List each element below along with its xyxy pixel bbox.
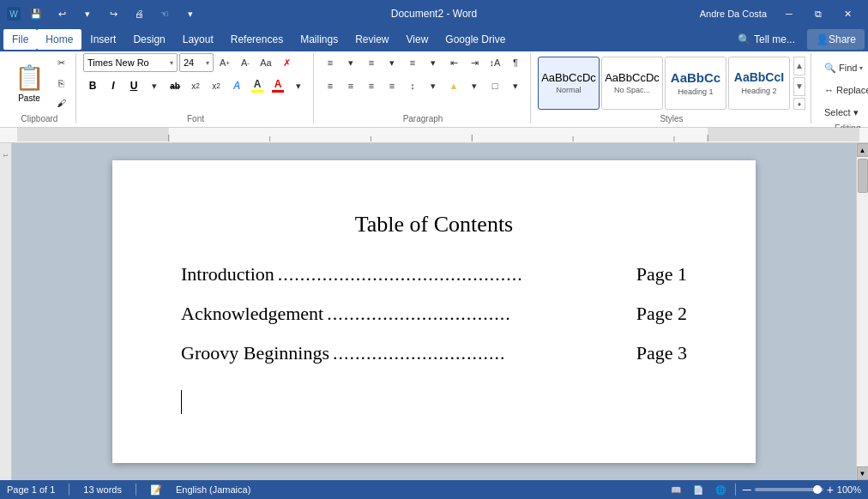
scroll-down-button[interactable]: ▼ — [857, 466, 869, 480]
subscript-button[interactable]: x2 — [186, 76, 205, 95]
menu-item-mailings[interactable]: Mailings — [292, 29, 347, 50]
font-color-arrow[interactable]: ▾ — [289, 76, 308, 95]
menu-item-design[interactable]: Design — [124, 29, 173, 50]
style-normal-card[interactable]: AaBbCcDc Normal — [538, 57, 600, 110]
tell-me-button[interactable]: 🔍 Tell me... — [729, 29, 804, 50]
font-size-selector[interactable]: 24 ▾ — [179, 53, 214, 72]
styles-scroll-up[interactable]: ▲ — [793, 57, 805, 75]
menu-item-google-drive[interactable]: Google Drive — [437, 29, 514, 50]
multilevel-button[interactable]: ≡ — [403, 53, 422, 72]
vertical-scrollbar[interactable]: ▲ ▼ — [856, 143, 868, 480]
menu-item-home[interactable]: Home — [37, 29, 81, 50]
qat-dropdown[interactable]: ▾ — [180, 3, 201, 24]
numbering-arrow[interactable]: ▾ — [383, 53, 401, 72]
save-button[interactable]: 💾 — [26, 3, 46, 24]
print-view-button[interactable]: 📄 — [690, 483, 706, 496]
justify-button[interactable]: ≡ — [383, 76, 401, 95]
borders-button[interactable]: □ — [485, 76, 504, 95]
paste-button[interactable]: 📋 Paste — [9, 57, 50, 109]
paragraph-group: ≡ ▾ ≡ ▾ ≡ ▾ ⇤ ⇥ ↕A ¶ ≡ ≡ ≡ ≡ ↕ ▾ — [316, 53, 531, 123]
shrink-font-button[interactable]: A- — [236, 53, 255, 72]
zoom-slider[interactable] — [755, 488, 823, 491]
numbering-button[interactable]: ≡ — [362, 53, 381, 72]
toc-page-2: Page 3 — [636, 342, 687, 364]
text-cursor[interactable] — [181, 390, 182, 414]
style-heading2-card[interactable]: AaBbCcI Heading 2 — [728, 57, 790, 110]
menu-item-references[interactable]: References — [222, 29, 292, 50]
close-button[interactable]: ✕ — [834, 3, 861, 24]
zoom-out-button[interactable]: ─ — [743, 483, 751, 496]
web-view-button[interactable]: 🌐 — [713, 483, 728, 496]
font-name-selector[interactable]: Times New Ro ▾ — [83, 53, 178, 72]
language[interactable]: English (Jamaica) — [176, 484, 250, 495]
italic-button[interactable]: I — [104, 76, 123, 95]
undo-dropdown[interactable]: ▾ — [77, 3, 98, 24]
ruler-track[interactable] — [17, 128, 859, 142]
zoom-control[interactable]: ─ + 100% — [743, 483, 861, 496]
menu-item-review[interactable]: Review — [347, 29, 397, 50]
sort-button[interactable]: ↕A — [485, 53, 504, 72]
proofing-icon[interactable]: 📝 — [150, 484, 162, 496]
menu-item-insert[interactable]: Insert — [81, 29, 124, 50]
scroll-track[interactable] — [858, 157, 868, 466]
style-nospace-card[interactable]: AaBbCcDc No Spac... — [601, 57, 663, 110]
shading-button[interactable]: ▲ — [444, 76, 463, 95]
word-count: 13 words — [83, 484, 122, 495]
toc-dots-1: ................................. — [323, 303, 636, 325]
restore-button[interactable]: ⧉ — [805, 3, 832, 24]
paste-label: Paste — [18, 93, 40, 103]
underline-arrow[interactable]: ▾ — [145, 76, 164, 95]
style-heading1-card[interactable]: AaBbCc Heading 1 — [665, 57, 726, 110]
change-case-button[interactable]: Aa — [256, 53, 275, 72]
line-spacing-button[interactable]: ↕ — [403, 76, 422, 95]
menu-item-file[interactable]: File — [3, 29, 37, 50]
borders-arrow[interactable]: ▾ — [506, 76, 525, 95]
text-effects-button[interactable]: A — [227, 76, 246, 95]
underline-button[interactable]: U — [124, 76, 143, 95]
bullets-arrow[interactable]: ▾ — [341, 53, 360, 72]
multilevel-arrow[interactable]: ▾ — [424, 53, 443, 72]
align-left-button[interactable]: ≡ — [321, 76, 340, 95]
align-right-button[interactable]: ≡ — [362, 76, 381, 95]
document-page[interactable]: Table of Contents Introduction .........… — [112, 160, 756, 463]
styles-scroll-down[interactable]: ▼ — [793, 77, 805, 96]
document-area[interactable]: Table of Contents Introduction .........… — [12, 143, 856, 480]
grow-font-button[interactable]: A+ — [215, 53, 234, 72]
strikethrough-button[interactable]: ab — [166, 76, 184, 95]
styles-expand[interactable]: ⬧ — [793, 98, 805, 110]
font-size-arrow: ▾ — [206, 59, 209, 67]
touch-button[interactable]: ☜ — [154, 3, 175, 24]
redo-button[interactable]: ↪ — [103, 3, 124, 24]
line-spacing-arrow[interactable]: ▾ — [424, 76, 443, 95]
increase-indent-button[interactable]: ⇥ — [465, 53, 484, 72]
menu-item-layout[interactable]: Layout — [174, 29, 222, 50]
zoom-level[interactable]: 100% — [837, 484, 861, 495]
clear-format-button[interactable]: ✗ — [277, 53, 296, 72]
show-marks-button[interactable]: ¶ — [506, 53, 525, 72]
style-nospace-preview: AaBbCcDc — [605, 71, 660, 85]
undo-button[interactable]: ↩ — [51, 3, 72, 24]
zoom-in-button[interactable]: + — [827, 483, 834, 496]
decrease-indent-button[interactable]: ⇤ — [444, 53, 463, 72]
scroll-up-button[interactable]: ▲ — [857, 143, 869, 157]
cut-button[interactable]: ✂ — [51, 54, 70, 73]
minimize-button[interactable]: ─ — [775, 3, 803, 24]
find-button[interactable]: 🔍 Find ▾ — [818, 58, 868, 77]
bold-button[interactable]: B — [83, 76, 102, 95]
select-button[interactable]: Select ▾ — [818, 103, 865, 122]
bullets-button[interactable]: ≡ — [321, 53, 340, 72]
print-preview-button[interactable]: 🖨 — [129, 3, 149, 24]
align-center-button[interactable]: ≡ — [341, 76, 360, 95]
page-info: Page 1 of 1 — [7, 484, 55, 495]
text-highlight-button[interactable]: A — [248, 76, 267, 95]
read-view-button[interactable]: 📖 — [668, 483, 684, 496]
superscript-button[interactable]: x2 — [207, 76, 226, 95]
shading-arrow[interactable]: ▾ — [465, 76, 484, 95]
menu-item-view[interactable]: View — [398, 29, 437, 50]
scroll-thumb[interactable] — [858, 159, 868, 193]
copy-button[interactable]: ⎘ — [51, 74, 70, 93]
font-color-button[interactable]: A — [268, 76, 287, 95]
format-painter-button[interactable]: 🖌 — [51, 93, 70, 112]
share-button[interactable]: 👤 Share — [807, 29, 865, 50]
replace-button[interactable]: ↔ Replace — [818, 81, 868, 99]
